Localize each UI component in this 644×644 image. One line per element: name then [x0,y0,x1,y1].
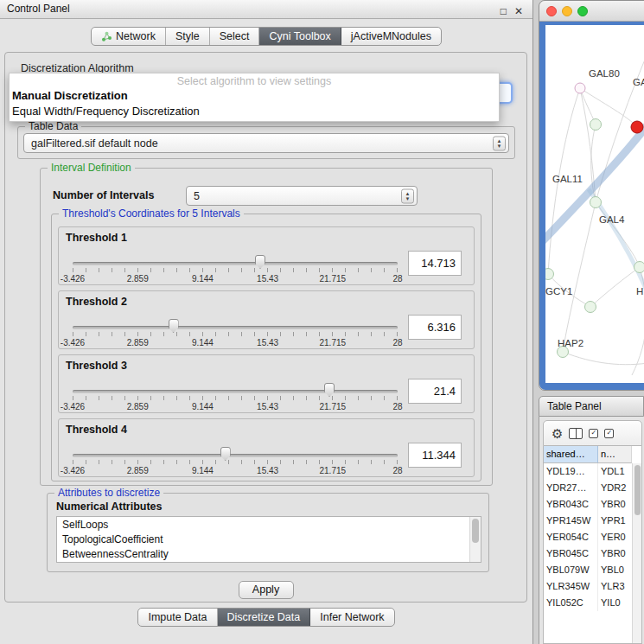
table-panel-window: ⚙ ✓ ✓ shared… n… YDL19…YDL1YDR27…YDR2YBR… [539,417,644,644]
tab-jactivemnodules[interactable]: jActiveMNodules [341,28,441,45]
table-row[interactable]: YLR345WYLR3 [544,578,632,595]
slider-thumb[interactable] [255,255,265,269]
apply-button[interactable]: Apply [239,581,294,599]
interval-definition-group: Interval Definition Number of Intervals … [40,168,493,486]
tab-select[interactable]: Select [210,28,260,45]
float-window-icon[interactable]: □ [501,3,507,21]
select-rows-checkbox-icon[interactable]: ✓ [604,429,614,438]
slider-tick-label: 2.859 [127,338,149,348]
network-node[interactable] [634,261,644,273]
table-scrollbar[interactable] [632,463,641,643]
tab-impute-data[interactable]: Impute Data [138,609,217,626]
slider-tick-label: 15.43 [257,338,278,348]
list-item[interactable]: SelfLoops [57,518,469,532]
stepper-down-icon: ▼ [494,143,505,149]
columns-icon[interactable] [569,428,583,439]
list-item[interactable]: TopologicalCoefficient [57,532,469,547]
minimize-traffic-light-icon[interactable] [562,6,572,16]
network-node[interactable] [590,196,602,208]
num-intervals-combo[interactable]: 5 ▲▼ [186,186,418,206]
attributes-legend: Attributes to discretize [54,487,163,499]
close-traffic-light-icon[interactable] [546,6,557,16]
close-icon[interactable]: ✕ [514,3,523,21]
table-row[interactable]: YBR045CYBR0 [544,545,632,562]
threshold-value-box[interactable]: 14.713 [408,251,462,276]
threshold-slider[interactable]: -3.4262.8599.14415.4321.71528 [73,449,398,476]
thresholds-group: Threshold's Coordinates for 5 Intervals … [51,214,481,481]
table-rows: YDL19…YDL1YDR27…YDR2YBR043CYBR0YPR145WYP… [544,463,632,643]
slider-track[interactable] [73,390,398,393]
table-row[interactable]: YBL079WYBL0 [544,562,632,578]
threshold-slider[interactable]: -3.4262.8599.14415.4321.71528 [73,321,398,348]
table-row[interactable]: YDR27…YDR2 [544,480,632,496]
list-item[interactable]: BetweennessCentrality [57,547,469,562]
table-row[interactable]: YPR145WYPR1 [544,513,632,529]
threshold-panel: Threshold 2-3.4262.8599.14415.4321.71528… [58,290,475,349]
network-node[interactable] [584,301,596,313]
threshold-value-box[interactable]: 11.344 [408,443,462,468]
tab-discretize-data[interactable]: Discretize Data [218,609,311,626]
threshold-slider[interactable]: -3.4262.8599.14415.4321.71528 [73,385,398,412]
threshold-value-box[interactable]: 21.4 [408,379,462,404]
tab-network[interactable]: Network [92,28,166,45]
column-header-name[interactable]: n… [598,446,632,463]
top-tab-bar: NetworkStyleSelectCyni ToolboxjActiveMNo… [91,27,442,46]
node-label: HAP2 [558,338,583,348]
slider-tick-label: 28 [392,466,402,475]
list-scrollbar-thumb[interactable] [472,519,479,543]
select-columns-checkbox-icon[interactable]: ✓ [589,429,598,438]
tab-cyni-toolbox[interactable]: Cyni Toolbox [259,28,341,45]
network-titlebar[interactable] [539,1,644,22]
window-title: Control Panel [7,3,70,15]
table-row[interactable]: YER054CYER0 [544,529,632,545]
threshold-value-box[interactable]: 6.316 [408,315,462,340]
settings-gear-icon[interactable]: ⚙ [552,427,563,440]
slider-thumb[interactable] [324,383,335,397]
network-node[interactable] [631,121,644,134]
slider-tick-label: 9.144 [192,338,214,348]
algorithm-option[interactable]: Equal Width/Frequency Discretization [10,104,499,119]
slider-track[interactable] [73,326,398,329]
tab-label: jActiveMNodules [351,30,431,42]
threshold-label: Threshold 2 [66,296,127,308]
attributes-list[interactable]: SelfLoopsTopologicalCoefficientBetweenne… [56,516,481,563]
list-scrollbar[interactable] [469,517,481,562]
slider-track[interactable] [73,262,398,265]
slider-ticks [73,460,398,464]
slider-tick-label: 21.715 [320,402,347,411]
network-node[interactable] [590,118,602,131]
table-row[interactable]: YDL19…YDL1 [544,463,632,480]
tab-label: Infer Network [320,611,384,623]
slider-tick-label: -3.426 [61,466,85,475]
table-data-combo[interactable]: galFiltered.sif default node ▲▼ [23,133,509,153]
slider-tick-labels: -3.4262.8599.14415.4321.71528 [73,338,398,348]
slider-tick-label: 21.715 [320,274,347,284]
interval-definition-legend: Interval Definition [48,162,135,174]
slider-thumb[interactable] [169,319,179,333]
table-cell: YIL052C [544,595,598,611]
slider-ticks [73,332,398,336]
threshold-label: Threshold 4 [66,424,127,436]
slider-track[interactable] [73,454,398,457]
table-cell: YER054C [544,529,598,545]
zoom-traffic-light-icon[interactable] [577,6,588,16]
threshold-slider[interactable]: -3.4262.8599.14415.4321.71528 [73,257,398,284]
slider-tick-label: 15.43 [257,402,278,411]
table-cell: YIL0 [598,595,632,611]
tab-label: Style [175,30,200,42]
network-canvas[interactable]: GAL80GAGAL11GAL4GCY1HAP2H [545,25,644,383]
table-row[interactable]: YBR043CYBR0 [544,496,632,513]
table-row[interactable]: YIL052CYIL0 [544,595,632,611]
table-cell: YDL1 [598,463,632,480]
table-cell: YBL0 [598,562,632,578]
slider-thumb[interactable] [220,447,231,461]
algorithm-option[interactable]: Manual Discretization [10,88,499,104]
network-node[interactable] [575,83,586,94]
num-intervals-label: Number of Intervals [53,189,154,201]
table-cell: YPR1 [598,513,632,529]
column-header-shared-name[interactable]: shared… [544,446,598,463]
table-scrollbar-thumb[interactable] [634,465,641,515]
tab-style[interactable]: Style [166,28,210,45]
slider-tick-label: 2.859 [127,274,149,284]
tab-infer-network[interactable]: Infer Network [310,609,393,626]
